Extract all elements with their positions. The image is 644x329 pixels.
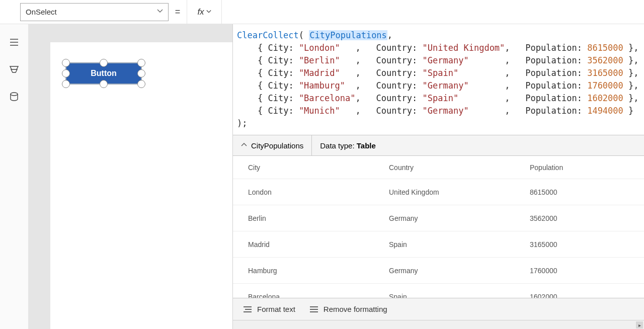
fx-button[interactable]: fx [187, 0, 222, 24]
button-control[interactable]: Button [65, 62, 142, 85]
table-cell: Barcelona [248, 293, 389, 298]
canvas[interactable]: Button [50, 42, 232, 329]
formula-bar-row: OnSelect = fx [0, 0, 644, 24]
table-cell: United Kingdom [389, 188, 530, 196]
remove-formatting-label: Remove formatting [324, 305, 387, 313]
data-type-value: Table [357, 141, 376, 150]
button-control-text: Button [91, 69, 117, 78]
chevron-down-icon [206, 9, 211, 15]
table-header-city: City [248, 163, 389, 172]
chevron-down-icon [157, 8, 163, 16]
formula-bar-top[interactable] [222, 0, 644, 24]
table-cell: London [248, 188, 389, 196]
horizontal-scrollbar[interactable]: ▸ [233, 320, 644, 329]
scroll-right-arrow-icon[interactable]: ▸ [636, 321, 643, 328]
fx-label: fx [197, 7, 204, 17]
table-cell: Spain [389, 240, 530, 249]
table-cell: Berlin [248, 214, 389, 222]
resize-handle[interactable] [62, 80, 70, 88]
table-cell: Spain [389, 293, 530, 298]
hamburger-icon[interactable] [9, 37, 19, 47]
resize-handle[interactable] [62, 59, 70, 67]
table-row[interactable]: LondonUnited Kingdom8615000 [233, 179, 644, 205]
remove-formatting-icon [309, 306, 318, 313]
result-table: City Country Population LondonUnited Kin… [233, 156, 644, 298]
resize-handle[interactable] [100, 80, 108, 88]
remove-formatting-button[interactable]: Remove formatting [309, 305, 387, 313]
property-dropdown-label: OnSelect [26, 8, 57, 16]
table-row[interactable]: BarcelonaSpain1602000 [233, 284, 644, 298]
result-collection-name: CityPopulations [251, 141, 303, 150]
table-row[interactable]: BerlinGermany3562000 [233, 205, 644, 231]
table-header-country: Country [389, 163, 530, 172]
format-text-icon [243, 306, 252, 313]
data-icon[interactable] [9, 92, 19, 102]
table-row[interactable]: MadridSpain3165000 [233, 231, 644, 258]
table-cell: Madrid [248, 240, 389, 249]
data-type-label: Data type: [320, 141, 357, 150]
table-cell: Germany [389, 267, 530, 275]
canvas-pane: Button [28, 24, 232, 329]
table-cell: 1602000 [530, 293, 629, 298]
chevron-up-icon [241, 142, 247, 149]
format-text-label: Format text [257, 305, 295, 313]
svg-point-0 [11, 93, 18, 96]
table-cell: Germany [389, 214, 530, 222]
property-dropdown[interactable]: OnSelect [20, 3, 169, 21]
resize-handle[interactable] [137, 69, 145, 77]
table-cell: 3165000 [530, 240, 629, 249]
resize-handle[interactable] [100, 59, 108, 67]
resize-handle[interactable] [137, 80, 145, 88]
equals-sign: = [169, 7, 187, 17]
table-cell: 3562000 [530, 214, 629, 222]
table-header-population: Population [530, 163, 629, 172]
result-data-type: Data type: Table [312, 141, 384, 150]
table-cell: 8615000 [530, 188, 629, 196]
table-cell: Hamburg [248, 267, 389, 275]
formula-editor[interactable]: ClearCollect( CityPopulations, { City: "… [233, 24, 644, 135]
format-text-button[interactable]: Format text [243, 305, 295, 313]
left-rail [0, 24, 28, 329]
result-header: CityPopulations Data type: Table [233, 135, 644, 156]
tree-view-icon[interactable] [9, 64, 19, 74]
main-area: Button ClearCollect( CityPopulations, { … [0, 24, 644, 329]
table-cell: 1760000 [530, 267, 629, 275]
table-row[interactable]: HamburgGermany1760000 [233, 258, 644, 284]
resize-handle[interactable] [137, 59, 145, 67]
result-collection-toggle[interactable]: CityPopulations [233, 135, 312, 155]
table-header-row: City Country Population [233, 156, 644, 179]
formula-footer: Format text Remove formatting [233, 298, 644, 320]
formula-pane: ClearCollect( CityPopulations, { City: "… [232, 24, 644, 329]
resize-handle[interactable] [62, 69, 70, 77]
